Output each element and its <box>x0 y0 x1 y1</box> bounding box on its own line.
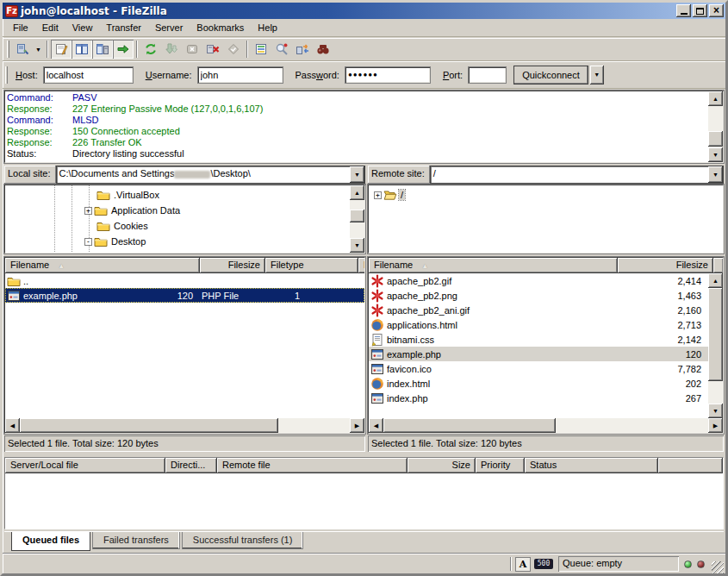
menu-view[interactable]: View <box>65 21 100 34</box>
file-row[interactable]: apache_pb2_ani.gif 2,160 <box>369 303 708 317</box>
column-header-server-local-file[interactable]: Server/Local file <box>5 458 165 473</box>
scroll-down-icon[interactable]: ▼ <box>708 147 723 162</box>
datatype-indicator[interactable]: A <box>515 557 531 572</box>
file-row-selected[interactable]: example.php 120 <box>369 347 708 361</box>
scroll-left-icon[interactable]: ◀ <box>5 418 20 433</box>
toggle-message-log-button[interactable] <box>51 40 72 59</box>
remote-selection-status: Selected 1 file. Total size: 120 bytes <box>368 435 724 452</box>
toggle-transfer-queue-button[interactable] <box>113 40 134 59</box>
tree-item-virtualbox[interactable]: .VirtualBox <box>5 187 350 203</box>
file-row[interactable]: index.html 202 <box>369 376 708 391</box>
filezilla-app-icon[interactable]: Fz <box>5 5 18 17</box>
port-input[interactable] <box>468 66 507 84</box>
toggle-remote-tree-button[interactable] <box>92 40 113 59</box>
refresh-button[interactable] <box>140 40 161 59</box>
column-header-filename[interactable]: Filename▲ <box>5 258 200 273</box>
scrollbar-thumb[interactable] <box>708 131 723 147</box>
quickbar-grip[interactable] <box>5 66 8 84</box>
scrollbar-thumb[interactable] <box>708 288 723 381</box>
column-header-size[interactable]: Size <box>408 458 476 473</box>
folder-icon <box>7 274 21 288</box>
column-header-remote-file[interactable]: Remote file <box>217 458 408 473</box>
column-header-filesize[interactable]: Filesize <box>200 258 265 273</box>
scroll-up-icon[interactable]: ▲ <box>708 273 723 288</box>
file-row[interactable]: apache_pb2.png 1,463 <box>369 288 708 303</box>
remote-list-scrollbar[interactable]: ▲ ▼ <box>708 273 723 418</box>
scroll-up-icon[interactable]: ▲ <box>708 91 723 106</box>
tree-item-root[interactable]: + / <box>369 187 723 203</box>
scrollbar-thumb[interactable] <box>20 418 278 433</box>
menu-transfer[interactable]: Transfer <box>99 21 148 34</box>
username-input[interactable] <box>197 66 283 84</box>
cancel-operation-button[interactable] <box>182 40 202 59</box>
menu-help[interactable]: Help <box>251 21 284 34</box>
reconnect-button[interactable] <box>223 40 244 59</box>
close-button[interactable]: × <box>709 4 724 17</box>
resize-grip[interactable] <box>712 561 724 573</box>
scrollbar-thumb[interactable] <box>383 418 556 433</box>
file-row[interactable]: favicon.ico 7,782 <box>369 361 708 376</box>
menu-edit[interactable]: Edit <box>35 21 65 34</box>
tree-item-application-data[interactable]: + Application Data <box>5 203 350 218</box>
host-input[interactable] <box>43 66 134 84</box>
expand-icon[interactable]: + <box>374 191 382 199</box>
title-bar[interactable]: Fz john@localhost - FileZilla × <box>3 3 725 19</box>
speed-limit-indicator[interactable]: 500 <box>534 559 553 569</box>
process-queue-button[interactable] <box>161 40 182 59</box>
menu-file[interactable]: File <box>6 21 35 34</box>
message-log-scrollbar[interactable]: ▲ ▼ <box>708 91 723 162</box>
column-header-status[interactable]: Status <box>525 458 658 473</box>
tree-item-cookies[interactable]: Cookies <box>5 218 350 234</box>
scrollbar-thumb[interactable] <box>350 210 364 222</box>
file-row[interactable]: index.php 267 <box>369 391 708 405</box>
file-row[interactable]: applications.html 2,713 <box>369 317 708 332</box>
quickconnect-dropdown-button[interactable]: ▼ <box>590 66 604 85</box>
maximize-button[interactable] <box>693 4 707 17</box>
queue-body[interactable] <box>5 473 723 529</box>
remote-path-dropdown-button[interactable]: ▼ <box>708 166 723 183</box>
menu-server[interactable]: Server <box>148 21 190 34</box>
toggle-local-tree-button[interactable] <box>72 40 92 59</box>
remote-path-combobox[interactable]: / ▼ <box>430 166 724 184</box>
collapse-icon[interactable]: - <box>84 238 92 246</box>
disconnect-button[interactable] <box>202 40 223 59</box>
scroll-left-icon[interactable]: ◀ <box>369 418 383 433</box>
menu-bookmarks[interactable]: Bookmarks <box>190 21 251 34</box>
local-path-dropdown-button[interactable]: ▼ <box>350 166 364 183</box>
local-tree-scrollbar[interactable]: ▲ ▼ <box>350 185 364 253</box>
local-list-hscrollbar[interactable]: ◀ ▶ <box>5 418 364 433</box>
column-header-filesize[interactable]: Filesize <box>618 258 713 273</box>
disconnect-icon <box>206 42 220 56</box>
tab-successful-transfers[interactable]: Successful transfers (1) <box>182 532 304 549</box>
minimize-button[interactable] <box>676 4 691 17</box>
file-row-example-php[interactable]: example.php 120 PHP File 1 <box>5 288 364 303</box>
local-path-combobox[interactable]: C:\Documents and Settings\Desktop\ ▼ <box>56 166 365 184</box>
password-input[interactable] <box>345 66 431 84</box>
column-header-filetype[interactable]: Filetype <box>265 258 358 273</box>
scroll-right-icon[interactable]: ▶ <box>350 418 364 433</box>
site-manager-button[interactable] <box>12 40 33 59</box>
column-header-priority[interactable]: Priority <box>476 458 525 473</box>
file-row[interactable]: bitnami.css 2,142 <box>369 332 708 347</box>
scroll-down-icon[interactable]: ▼ <box>708 404 723 418</box>
toolbar-grip[interactable] <box>7 41 9 58</box>
filename-filters-button[interactable] <box>251 40 271 59</box>
column-header-filename[interactable]: Filename▲ <box>369 258 618 273</box>
remote-list-hscrollbar[interactable]: ◀ ▶ <box>369 418 723 433</box>
tree-item-desktop[interactable]: - Desktop <box>5 234 350 249</box>
site-manager-dropdown-button[interactable]: ▼ <box>33 40 44 59</box>
synchronized-browsing-button[interactable] <box>292 40 313 59</box>
tab-queued-files[interactable]: Queued files <box>11 532 90 551</box>
quickconnect-button[interactable]: Quickconnect <box>513 66 588 85</box>
expand-icon[interactable]: + <box>84 207 92 215</box>
scroll-down-icon[interactable]: ▼ <box>350 238 364 253</box>
file-row[interactable]: apache_pb2.gif 2,414 <box>369 273 708 288</box>
column-header-direction[interactable]: Directi... <box>165 458 217 473</box>
directory-comparison-button[interactable] <box>271 40 292 59</box>
parent-directory-row[interactable]: .. <box>5 273 364 288</box>
column-header-lastmodified[interactable]: L <box>358 258 365 273</box>
scroll-up-icon[interactable]: ▲ <box>350 185 364 200</box>
tab-failed-transfers[interactable]: Failed transfers <box>92 532 180 549</box>
scroll-right-icon[interactable]: ▶ <box>708 418 723 433</box>
find-files-button[interactable] <box>313 40 333 59</box>
